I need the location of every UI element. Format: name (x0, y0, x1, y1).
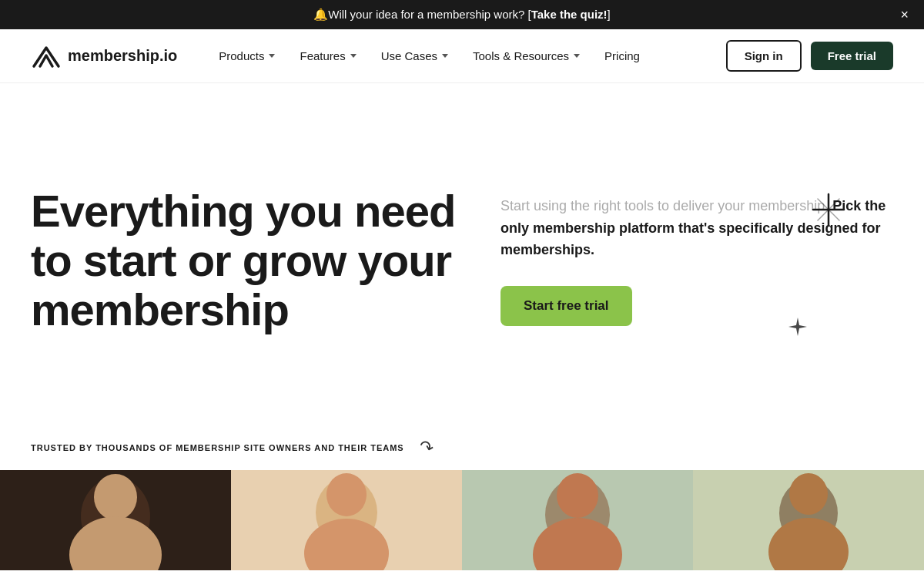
chevron-down-icon (269, 54, 275, 58)
svg-point-8 (326, 473, 367, 516)
photo-cell-4 (693, 470, 924, 570)
hero-left: Everything you need to start or grow you… (31, 129, 470, 391)
announcement-text: 🔔Will your idea for a membership work? [… (313, 8, 611, 22)
person-silhouette-3 (462, 470, 693, 570)
chevron-down-icon (574, 54, 580, 58)
nav-item-pricing[interactable]: Pricing (594, 43, 651, 69)
hero-title: Everything you need to start or grow you… (31, 187, 462, 334)
trusted-section: TRUSTED BY THOUSANDS OF MEMBERSHIP SITE … (0, 422, 924, 470)
logo-text: membership.io (68, 47, 177, 65)
nav-item-features[interactable]: Features (289, 43, 367, 69)
announcement-close-button[interactable]: × (900, 8, 909, 22)
trusted-text: TRUSTED BY THOUSANDS OF MEMBERSHIP SITE … (31, 443, 404, 452)
nav-item-products[interactable]: Products (208, 43, 286, 69)
arrow-icon: ↷ (417, 436, 436, 459)
nav-item-usecases[interactable]: Use Cases (370, 43, 459, 69)
photo-cell-1 (0, 470, 231, 570)
freetrial-nav-button[interactable]: Free trial (811, 42, 893, 70)
nav-item-tools[interactable]: Tools & Resources (462, 43, 591, 69)
nav-links: Products Features Use Cases Tools & Reso… (208, 43, 725, 69)
start-free-trial-button[interactable]: Start free trial (500, 286, 632, 326)
svg-point-14 (789, 473, 828, 515)
hero-subtitle: Start using the right tools to deliver y… (500, 195, 893, 261)
hero-section: Everything you need to start or grow you… (0, 83, 924, 422)
chevron-down-icon (350, 54, 357, 58)
navigation: membership.io Products Features Use Case… (0, 29, 924, 83)
hero-right: Start using the right tools to deliver y… (470, 129, 893, 391)
chevron-down-icon (442, 54, 448, 58)
signin-button[interactable]: Sign in (726, 40, 802, 72)
logo[interactable]: membership.io (31, 43, 177, 69)
announcement-bar: 🔔Will your idea for a membership work? [… (0, 0, 924, 29)
photo-cell-3 (462, 470, 693, 570)
announcement-link[interactable]: Take the quiz! (531, 8, 608, 21)
sparkle-small-icon (787, 316, 808, 338)
svg-point-12 (533, 518, 622, 570)
person-silhouette-1 (0, 470, 231, 570)
svg-point-9 (304, 519, 389, 570)
person-silhouette-2 (231, 470, 462, 570)
svg-point-11 (557, 473, 598, 518)
logo-icon (31, 43, 62, 69)
svg-point-5 (94, 474, 137, 520)
photo-cell-2 (231, 470, 462, 570)
photo-grid (0, 470, 924, 570)
person-silhouette-4 (693, 470, 924, 570)
nav-actions: Sign in Free trial (726, 40, 893, 72)
svg-point-15 (768, 518, 849, 570)
